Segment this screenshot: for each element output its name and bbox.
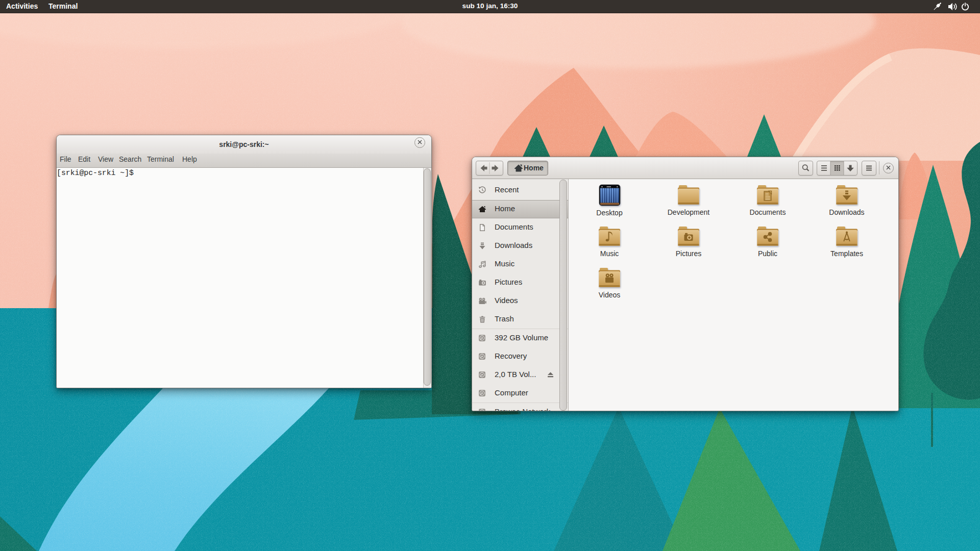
svg-text:Home: Home [524, 164, 544, 172]
